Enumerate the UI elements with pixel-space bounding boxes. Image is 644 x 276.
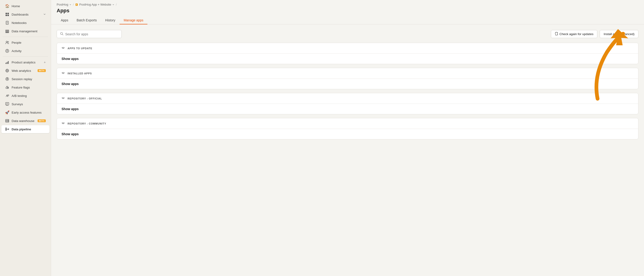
- feature-flags-icon: [5, 85, 9, 89]
- show-apps-link-community[interactable]: Show apps: [62, 132, 79, 136]
- sidebar-item-home[interactable]: 🏠 Home: [2, 2, 50, 10]
- sidebar-item-people[interactable]: People: [2, 39, 50, 47]
- check-updates-label: Check again for updates: [560, 32, 594, 36]
- session-replay-icon: [5, 77, 9, 81]
- sidebar-item-label: Dashboards: [12, 13, 41, 16]
- show-apps-link-installed[interactable]: Show apps: [62, 82, 79, 86]
- data-warehouse-icon: [5, 119, 9, 123]
- sidebar-item-label: Surveys: [12, 102, 46, 106]
- dashboards-icon: [5, 12, 9, 17]
- people-icon: [5, 41, 9, 45]
- install-app-button[interactable]: Install app (advanced): [600, 30, 638, 38]
- svg-point-13: [6, 49, 9, 53]
- svg-rect-16: [6, 63, 6, 64]
- chevron-icon: [44, 13, 46, 16]
- section-body-installed-apps: Show apps: [57, 79, 638, 89]
- section-body-apps-to-update: Show apps: [57, 54, 638, 64]
- sidebar-item-label: Web analytics: [12, 69, 35, 73]
- collapse-icon: [62, 46, 65, 50]
- svg-rect-1: [8, 13, 9, 14]
- toolbar-right: Check again for updates Install app (adv…: [551, 30, 638, 38]
- sidebar-item-activity[interactable]: Activity: [2, 47, 50, 55]
- product-analytics-icon: [5, 60, 9, 64]
- sidebar-item-dashboards[interactable]: Dashboards: [2, 11, 50, 18]
- tab-apps[interactable]: Apps: [57, 17, 72, 24]
- ab-testing-icon: [5, 94, 9, 98]
- sidebar-item-feature-flags[interactable]: Feature flags: [2, 83, 50, 91]
- arrow-annotation: [584, 29, 630, 103]
- show-apps-link-official[interactable]: Show apps: [62, 107, 79, 111]
- sidebar-item-label: People: [12, 41, 46, 44]
- data-management-icon: [5, 29, 9, 33]
- data-pipeline-icon: [5, 127, 9, 131]
- collapse-icon-official: [62, 96, 65, 100]
- svg-point-24: [7, 79, 8, 79]
- breadcrumb-separator-2: /: [116, 3, 117, 6]
- page-title: Apps: [57, 8, 638, 14]
- show-apps-link-update[interactable]: Show apps: [62, 57, 79, 61]
- sidebar-item-session-replay[interactable]: Session replay: [2, 75, 50, 83]
- section-body-repo-official: Show apps: [57, 104, 638, 114]
- toolbar: Check again for updates Install app (adv…: [57, 30, 638, 38]
- notebooks-icon: [5, 21, 9, 25]
- sidebar-item-label: A/B testing: [12, 94, 46, 98]
- breadcrumb: PostHog / P PostHog App + Website /: [57, 3, 638, 6]
- sidebar-item-label: Session replay: [12, 77, 46, 81]
- check-updates-button[interactable]: Check again for updates: [551, 30, 597, 38]
- section-header-repo-official[interactable]: REPOSITORY - OFFICIAL: [57, 93, 638, 104]
- sidebar-item-surveys[interactable]: Surveys: [2, 100, 50, 108]
- sidebar-item-ab-testing[interactable]: A/B testing: [2, 92, 50, 100]
- refresh-icon: [555, 32, 558, 36]
- search-icon: [60, 32, 64, 36]
- svg-point-12: [8, 41, 8, 42]
- section-header-installed-apps[interactable]: INSTALLED APPS: [57, 68, 638, 79]
- svg-line-49: [62, 34, 64, 35]
- sidebar-item-label: Product analytics: [12, 61, 42, 64]
- sidebar-divider: [3, 37, 48, 37]
- breadcrumb-separator: /: [73, 3, 74, 6]
- sidebar: 🏠 Home Dashboards Notebooks: [0, 0, 51, 276]
- content-area: Check again for updates Install app (adv…: [51, 24, 644, 276]
- sidebar-item-data-pipeline[interactable]: Data pipeline: [2, 125, 50, 133]
- search-box[interactable]: [57, 30, 122, 38]
- home-icon: 🏠: [5, 4, 9, 8]
- section-installed-apps: INSTALLED APPS Show apps: [57, 68, 638, 89]
- tab-history[interactable]: History: [101, 17, 120, 24]
- activity-icon: [5, 49, 9, 53]
- sidebar-item-web-analytics[interactable]: Web analytics BETA: [2, 67, 50, 75]
- section-repository-community: REPOSITORY - COMMUNITY Show apps: [57, 118, 638, 139]
- sidebar-item-early-access[interactable]: 🚀 Early access features: [2, 109, 50, 116]
- sidebar-item-data-warehouse[interactable]: Data warehouse BETA: [2, 117, 50, 125]
- section-header-apps-to-update[interactable]: APPS TO UPDATE: [57, 43, 638, 54]
- section-apps-to-update: APPS TO UPDATE Show apps: [57, 43, 638, 64]
- svg-rect-2: [6, 15, 7, 16]
- main-content: PostHog / P PostHog App + Website / Apps…: [51, 0, 644, 276]
- sidebar-item-notebooks[interactable]: Notebooks: [2, 19, 50, 27]
- install-app-label: Install app (advanced): [604, 32, 634, 36]
- sidebar-item-label: Data warehouse: [12, 119, 35, 123]
- breadcrumb-project[interactable]: P PostHog App + Website: [75, 3, 114, 6]
- sidebar-item-label: Data pipeline: [12, 128, 46, 131]
- svg-rect-9: [6, 31, 9, 32]
- svg-text:P: P: [76, 4, 77, 6]
- early-access-icon: 🚀: [5, 110, 9, 115]
- svg-point-11: [6, 41, 8, 43]
- svg-point-14: [6, 50, 8, 52]
- section-header-repo-community[interactable]: REPOSITORY - COMMUNITY: [57, 118, 638, 129]
- surveys-icon: [5, 102, 9, 106]
- beta-badge: BETA: [38, 69, 46, 72]
- tab-batch-exports[interactable]: Batch Exports: [72, 17, 101, 24]
- sidebar-item-label: Early access features: [12, 111, 46, 114]
- svg-rect-10: [6, 32, 9, 33]
- sidebar-item-product-analytics[interactable]: Product analytics +: [2, 58, 50, 66]
- breadcrumb-posthog[interactable]: PostHog: [57, 3, 72, 6]
- sidebar-item-label: Activity: [12, 49, 46, 53]
- collapse-icon-installed: [62, 71, 65, 75]
- tabs: Apps Batch Exports History Manage apps: [57, 17, 638, 24]
- sidebar-item-data-management[interactable]: Data management: [2, 27, 50, 35]
- plus-icon[interactable]: +: [44, 60, 46, 64]
- section-title-apps-to-update: APPS TO UPDATE: [68, 47, 92, 50]
- tab-manage-apps[interactable]: Manage apps: [120, 17, 148, 24]
- search-input[interactable]: [65, 32, 118, 36]
- svg-rect-17: [7, 62, 8, 64]
